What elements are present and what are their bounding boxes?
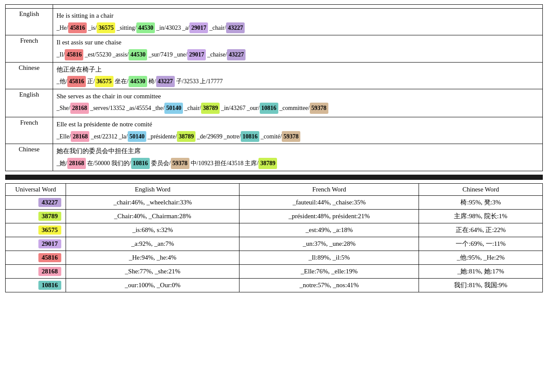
token-number: 43227 bbox=[227, 49, 246, 60]
token-prefix: 委员会/ bbox=[151, 158, 171, 169]
token: 委员会/59378 bbox=[151, 158, 189, 169]
sentence-text: 他正坐在椅子上 bbox=[57, 64, 539, 75]
token: _sur/7419 bbox=[148, 50, 173, 60]
fr-word-cell: _est:49%, _a:18% bbox=[239, 223, 419, 237]
sentence-cell: Elle est la présidente de notre comité_E… bbox=[53, 117, 543, 144]
token: _Il/45816 bbox=[57, 49, 83, 60]
uw-badge: 10816 bbox=[38, 281, 62, 290]
en-word-cell: _He:94%, _he:4% bbox=[66, 251, 239, 264]
col-sentence bbox=[53, 5, 543, 9]
zh-word-cell: 主席:98%, 院长:1% bbox=[419, 209, 543, 223]
en-word-cell: _Chair:40%, _Chairman:28% bbox=[66, 209, 239, 223]
token: _as/45554 bbox=[126, 103, 151, 113]
uw-badge: 45816 bbox=[38, 253, 62, 262]
sentence-cell: 他正坐在椅子上_他/45816正/36575坐在/44530椅/43227子/3… bbox=[53, 62, 543, 89]
uw-cell: 36575 bbox=[6, 223, 66, 237]
token-prefix: 中/10923 bbox=[191, 158, 214, 169]
tokens-row: _Il/45816_est/55230_assis/44530_sur/7419… bbox=[57, 49, 539, 60]
fr-word-cell: _Elle:76%, _elle:19% bbox=[239, 264, 419, 278]
uw-badge: 38789 bbox=[38, 212, 62, 221]
token-number: 59378 bbox=[310, 103, 328, 114]
token: _in/43023 bbox=[156, 23, 181, 33]
token-number: 43227 bbox=[156, 76, 175, 87]
token: 担任/43518 bbox=[214, 158, 243, 169]
token-prefix: 担任/43518 bbox=[214, 158, 243, 169]
token-prefix: _Elle/ bbox=[57, 132, 71, 142]
token: _她/28168 bbox=[57, 158, 86, 169]
token: _in/43267 bbox=[221, 103, 246, 113]
token: _présidente/38789 bbox=[148, 131, 195, 142]
en-word-cell: _a:92%, _an:7% bbox=[66, 237, 239, 251]
tokens-row: _他/45816正/36575坐在/44530椅/43227子/32533上/1… bbox=[57, 76, 539, 87]
language-cell: French bbox=[6, 117, 53, 144]
zh-word-cell: _她:81%, 她:17% bbox=[419, 264, 543, 278]
token-number: 10816 bbox=[260, 103, 278, 114]
en-word-cell: _chair:46%, _wheelchair:33% bbox=[66, 195, 239, 209]
token-prefix: _comité/ bbox=[261, 132, 282, 142]
token-prefix: _a/ bbox=[182, 23, 189, 33]
token-prefix: _assis/ bbox=[113, 50, 129, 60]
token-number: 45816 bbox=[68, 22, 87, 34]
token: _la/50140 bbox=[119, 131, 146, 142]
bottom-table-row: 45816_He:94%, _he:4%_Il:89%, _il:5%_他:95… bbox=[6, 251, 543, 264]
token: _serves/13352 bbox=[90, 103, 125, 113]
token-prefix: _She/ bbox=[57, 103, 70, 113]
bottom-col-header-2: French Word bbox=[239, 183, 419, 195]
zh-word-cell: 椅:95%, 凳:3% bbox=[419, 195, 543, 209]
token-prefix: _He/ bbox=[57, 23, 68, 33]
token-prefix: _une/ bbox=[174, 50, 187, 60]
token: _our/10816 bbox=[247, 103, 278, 114]
token-prefix: _is/ bbox=[88, 23, 97, 33]
token-number: 36575 bbox=[97, 22, 115, 34]
uw-cell: 43227 bbox=[6, 195, 66, 209]
uw-cell: 38789 bbox=[6, 209, 66, 223]
token-prefix: _sitting/ bbox=[117, 23, 136, 33]
token: _sitting/44530 bbox=[117, 22, 155, 34]
token: _chair/43227 bbox=[209, 22, 245, 34]
token-prefix: _the/ bbox=[152, 103, 164, 113]
token-prefix: 坐在/ bbox=[115, 76, 129, 87]
token-number: 45816 bbox=[67, 76, 86, 87]
token-prefix: 我们的/ bbox=[111, 158, 131, 169]
bottom-table-row: 10816_our:100%, _Our:0%_notre:57%, _nos:… bbox=[6, 278, 543, 292]
token: _comité/59378 bbox=[261, 131, 300, 142]
token-number: 28168 bbox=[71, 131, 89, 142]
token-prefix: _chaise/ bbox=[207, 50, 227, 60]
bottom-col-header-0: Universal Word bbox=[6, 183, 66, 195]
token: 主席/38789 bbox=[245, 158, 277, 169]
uw-badge: 43227 bbox=[38, 198, 62, 207]
token-number: 45816 bbox=[65, 49, 83, 60]
token-prefix: _est/22312 bbox=[91, 132, 117, 142]
token-prefix: _est/55230 bbox=[85, 50, 111, 60]
fr-word-cell: _notre:57%, _nos:41% bbox=[239, 278, 419, 292]
token-prefix: _in/43267 bbox=[221, 103, 246, 113]
uw-cell: 28168 bbox=[6, 264, 66, 278]
token-prefix: 上/17777 bbox=[200, 76, 223, 87]
token-prefix: _committee/ bbox=[280, 103, 310, 113]
token-number: 44530 bbox=[136, 22, 155, 34]
token: _notre/10816 bbox=[224, 131, 259, 142]
sentence-cell: Il est assis sur une chaise_Il/45816_est… bbox=[53, 35, 543, 62]
token: _est/55230 bbox=[85, 50, 111, 60]
token: 子/32533 bbox=[176, 76, 199, 87]
sentence-cell: He is sitting in a chair_He/45816_is/365… bbox=[53, 9, 543, 35]
token-prefix: _notre/ bbox=[224, 132, 241, 142]
token-number: 38789 bbox=[258, 158, 277, 169]
tokens-row: _Elle/28168_est/22312_la/50140_président… bbox=[57, 131, 539, 142]
token-number: 10816 bbox=[131, 158, 150, 169]
uw-badge: 29017 bbox=[38, 239, 62, 248]
token-prefix: _la/ bbox=[119, 132, 128, 142]
token: 在/50000 bbox=[87, 158, 110, 169]
token-prefix: 正/ bbox=[87, 76, 95, 87]
zh-word-cell: 我们:81%, 我国:9% bbox=[419, 278, 543, 292]
token-number: 36575 bbox=[95, 76, 113, 87]
sentence-cell: She serves as the chair in our committee… bbox=[53, 89, 543, 117]
token: _chaise/43227 bbox=[207, 49, 246, 60]
token-number: 44530 bbox=[129, 76, 147, 87]
token: _a/29017 bbox=[182, 22, 208, 34]
token-prefix: _sur/7419 bbox=[148, 50, 173, 60]
token-number: 29017 bbox=[187, 49, 206, 60]
token-number: 44530 bbox=[129, 49, 147, 60]
token: _He/45816 bbox=[57, 22, 87, 34]
token: _She/28168 bbox=[57, 103, 89, 114]
